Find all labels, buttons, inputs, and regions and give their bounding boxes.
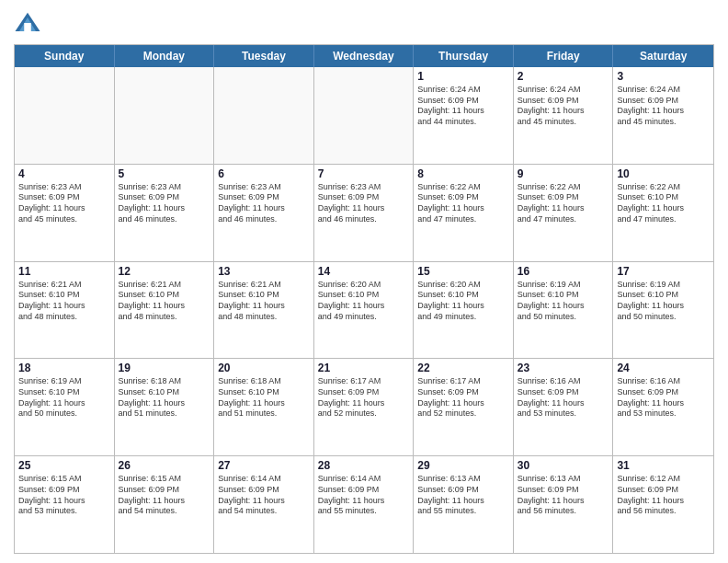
day-number: 3 — [617, 70, 710, 83]
day-number: 8 — [417, 167, 509, 180]
day-number: 23 — [518, 362, 609, 374]
calendar-header: SundayMondayTuesdayWednesdayThursdayFrid… — [15, 45, 713, 67]
header-day-sunday: Sunday — [15, 45, 115, 67]
cell-content: Sunrise: 6:23 AM Sunset: 6:09 PM Dayligh… — [119, 182, 210, 225]
day-cell-27: 27Sunrise: 6:14 AM Sunset: 6:09 PM Dayli… — [214, 456, 314, 553]
day-number: 15 — [417, 265, 509, 278]
day-cell-13: 13Sunrise: 6:21 AM Sunset: 6:10 PM Dayli… — [214, 262, 314, 359]
cell-content: Sunrise: 6:22 AM Sunset: 6:10 PM Dayligh… — [617, 182, 710, 225]
cell-content: Sunrise: 6:17 AM Sunset: 6:09 PM Dayligh… — [318, 376, 410, 419]
empty-cell — [15, 67, 115, 164]
day-number: 18 — [18, 362, 110, 374]
day-cell-20: 20Sunrise: 6:18 AM Sunset: 6:10 PM Dayli… — [214, 359, 314, 455]
day-cell-25: 25Sunrise: 6:15 AM Sunset: 6:09 PM Dayli… — [15, 456, 115, 553]
cell-content: Sunrise: 6:20 AM Sunset: 6:10 PM Dayligh… — [318, 280, 410, 323]
day-cell-18: 18Sunrise: 6:19 AM Sunset: 6:10 PM Dayli… — [15, 359, 115, 455]
day-cell-14: 14Sunrise: 6:20 AM Sunset: 6:10 PM Dayli… — [314, 262, 415, 359]
calendar-body: 1Sunrise: 6:24 AM Sunset: 6:09 PM Daylig… — [15, 67, 713, 553]
day-cell-21: 21Sunrise: 6:17 AM Sunset: 6:09 PM Dayli… — [314, 359, 415, 455]
day-number: 29 — [417, 459, 509, 472]
cell-content: Sunrise: 6:22 AM Sunset: 6:09 PM Dayligh… — [417, 182, 509, 225]
day-cell-8: 8Sunrise: 6:22 AM Sunset: 6:09 PM Daylig… — [414, 165, 514, 261]
day-number: 19 — [119, 362, 210, 374]
cell-content: Sunrise: 6:23 AM Sunset: 6:09 PM Dayligh… — [18, 182, 110, 225]
day-number: 22 — [417, 362, 509, 374]
day-cell-17: 17Sunrise: 6:19 AM Sunset: 6:10 PM Dayli… — [613, 262, 713, 359]
day-number: 31 — [617, 459, 710, 472]
cell-content: Sunrise: 6:19 AM Sunset: 6:10 PM Dayligh… — [518, 280, 609, 323]
day-number: 11 — [18, 265, 110, 278]
page: SundayMondayTuesdayWednesdayThursdayFrid… — [0, 0, 728, 563]
cell-content: Sunrise: 6:13 AM Sunset: 6:09 PM Dayligh… — [417, 474, 509, 517]
day-number: 9 — [518, 167, 609, 180]
cell-content: Sunrise: 6:14 AM Sunset: 6:09 PM Dayligh… — [218, 474, 310, 517]
day-number: 4 — [18, 167, 110, 180]
cell-content: Sunrise: 6:16 AM Sunset: 6:09 PM Dayligh… — [518, 376, 609, 419]
cell-content: Sunrise: 6:14 AM Sunset: 6:09 PM Dayligh… — [318, 474, 410, 517]
cell-content: Sunrise: 6:19 AM Sunset: 6:10 PM Dayligh… — [617, 280, 710, 323]
cell-content: Sunrise: 6:20 AM Sunset: 6:10 PM Dayligh… — [417, 280, 509, 323]
day-number: 6 — [218, 167, 310, 180]
day-number: 24 — [617, 362, 710, 374]
day-cell-30: 30Sunrise: 6:13 AM Sunset: 6:09 PM Dayli… — [514, 456, 614, 553]
empty-cell — [314, 67, 415, 164]
day-number: 16 — [518, 265, 609, 278]
cell-content: Sunrise: 6:21 AM Sunset: 6:10 PM Dayligh… — [218, 280, 310, 323]
day-number: 5 — [119, 167, 210, 180]
day-cell-28: 28Sunrise: 6:14 AM Sunset: 6:09 PM Dayli… — [314, 456, 415, 553]
cell-content: Sunrise: 6:19 AM Sunset: 6:10 PM Dayligh… — [18, 376, 110, 419]
day-cell-26: 26Sunrise: 6:15 AM Sunset: 6:09 PM Dayli… — [115, 456, 215, 553]
day-cell-31: 31Sunrise: 6:12 AM Sunset: 6:09 PM Dayli… — [613, 456, 713, 553]
day-number: 2 — [518, 70, 609, 83]
day-cell-9: 9Sunrise: 6:22 AM Sunset: 6:09 PM Daylig… — [514, 165, 614, 261]
header-day-friday: Friday — [514, 45, 614, 67]
cell-content: Sunrise: 6:12 AM Sunset: 6:09 PM Dayligh… — [617, 474, 710, 517]
day-cell-22: 22Sunrise: 6:17 AM Sunset: 6:09 PM Dayli… — [414, 359, 514, 455]
cell-content: Sunrise: 6:24 AM Sunset: 6:09 PM Dayligh… — [417, 85, 509, 128]
empty-cell — [115, 67, 215, 164]
day-number: 28 — [318, 459, 410, 472]
day-number: 10 — [617, 167, 710, 180]
day-cell-15: 15Sunrise: 6:20 AM Sunset: 6:10 PM Dayli… — [414, 262, 514, 359]
day-cell-29: 29Sunrise: 6:13 AM Sunset: 6:09 PM Dayli… — [414, 456, 514, 553]
header — [14, 9, 714, 37]
day-number: 7 — [318, 167, 410, 180]
day-number: 13 — [218, 265, 310, 278]
cell-content: Sunrise: 6:21 AM Sunset: 6:10 PM Dayligh… — [119, 280, 210, 323]
cell-content: Sunrise: 6:21 AM Sunset: 6:10 PM Dayligh… — [18, 280, 110, 323]
cell-content: Sunrise: 6:22 AM Sunset: 6:09 PM Dayligh… — [518, 182, 609, 225]
day-cell-16: 16Sunrise: 6:19 AM Sunset: 6:10 PM Dayli… — [514, 262, 614, 359]
cell-content: Sunrise: 6:17 AM Sunset: 6:09 PM Dayligh… — [417, 376, 509, 419]
day-number: 27 — [218, 459, 310, 472]
cell-content: Sunrise: 6:23 AM Sunset: 6:09 PM Dayligh… — [318, 182, 410, 225]
day-cell-24: 24Sunrise: 6:16 AM Sunset: 6:09 PM Dayli… — [613, 359, 713, 455]
calendar-row-3: 18Sunrise: 6:19 AM Sunset: 6:10 PM Dayli… — [15, 358, 713, 455]
calendar-row-2: 11Sunrise: 6:21 AM Sunset: 6:10 PM Dayli… — [15, 261, 713, 359]
day-cell-2: 2Sunrise: 6:24 AM Sunset: 6:09 PM Daylig… — [514, 67, 614, 164]
day-number: 1 — [417, 70, 509, 83]
cell-content: Sunrise: 6:13 AM Sunset: 6:09 PM Dayligh… — [518, 474, 609, 517]
cell-content: Sunrise: 6:15 AM Sunset: 6:09 PM Dayligh… — [18, 474, 110, 517]
cell-content: Sunrise: 6:16 AM Sunset: 6:09 PM Dayligh… — [617, 376, 710, 419]
day-cell-4: 4Sunrise: 6:23 AM Sunset: 6:09 PM Daylig… — [15, 165, 115, 261]
calendar-row-0: 1Sunrise: 6:24 AM Sunset: 6:09 PM Daylig… — [15, 67, 713, 164]
empty-cell — [214, 67, 314, 164]
cell-content: Sunrise: 6:23 AM Sunset: 6:09 PM Dayligh… — [218, 182, 310, 225]
day-number: 20 — [218, 362, 310, 374]
day-cell-7: 7Sunrise: 6:23 AM Sunset: 6:09 PM Daylig… — [314, 165, 415, 261]
header-day-saturday: Saturday — [613, 45, 713, 67]
calendar-row-1: 4Sunrise: 6:23 AM Sunset: 6:09 PM Daylig… — [15, 164, 713, 261]
logo — [14, 9, 45, 37]
day-number: 26 — [119, 459, 210, 472]
day-cell-10: 10Sunrise: 6:22 AM Sunset: 6:10 PM Dayli… — [613, 165, 713, 261]
day-cell-11: 11Sunrise: 6:21 AM Sunset: 6:10 PM Dayli… — [15, 262, 115, 359]
day-cell-1: 1Sunrise: 6:24 AM Sunset: 6:09 PM Daylig… — [414, 67, 514, 164]
day-cell-12: 12Sunrise: 6:21 AM Sunset: 6:10 PM Dayli… — [115, 262, 215, 359]
header-day-wednesday: Wednesday — [314, 45, 415, 67]
day-cell-6: 6Sunrise: 6:23 AM Sunset: 6:09 PM Daylig… — [214, 165, 314, 261]
day-number: 17 — [617, 265, 710, 278]
cell-content: Sunrise: 6:18 AM Sunset: 6:10 PM Dayligh… — [218, 376, 310, 419]
calendar-row-4: 25Sunrise: 6:15 AM Sunset: 6:09 PM Dayli… — [15, 455, 713, 553]
day-cell-3: 3Sunrise: 6:24 AM Sunset: 6:09 PM Daylig… — [613, 67, 713, 164]
cell-content: Sunrise: 6:15 AM Sunset: 6:09 PM Dayligh… — [119, 474, 210, 517]
